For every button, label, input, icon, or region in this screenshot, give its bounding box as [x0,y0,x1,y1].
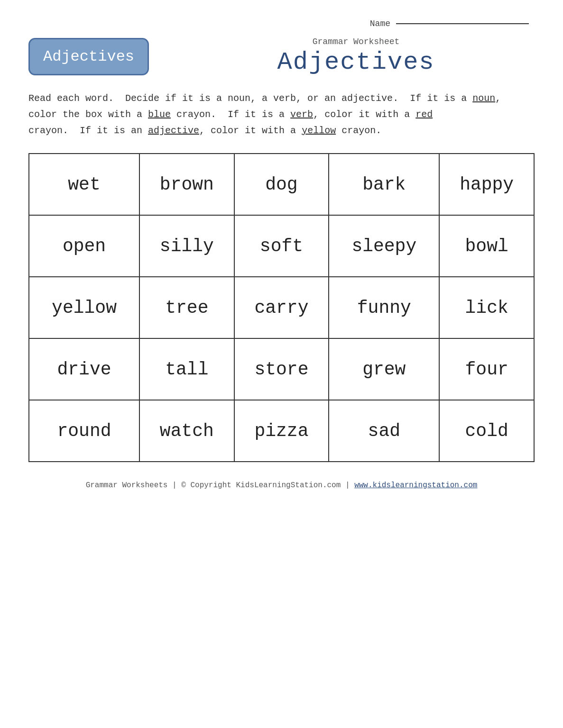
worksheet-subtitle: Grammar Worksheet [177,37,535,46]
grid-cell-2-4: lick [439,277,534,338]
grid-cell-1-0: open [29,215,139,277]
adjective-underline: adjective [148,125,199,136]
grid-cell-3-0: drive [29,338,139,400]
red-underline: red [415,109,433,120]
grid-cell-4-0: round [29,400,139,462]
grid-cell-1-4: bowl [439,215,534,277]
verb-underline: verb [290,109,313,120]
yellow-underline: yellow [302,125,336,136]
worksheet-title: Adjectives [177,48,535,76]
grid-cell-1-1: silly [139,215,234,277]
grid-cell-3-4: four [439,338,534,400]
grid-cell-1-2: soft [234,215,329,277]
grid-cell-2-2: carry [234,277,329,338]
word-grid: wetbrowndogbarkhappyopensillysoftsleepyb… [28,153,535,462]
title-area: Grammar Worksheet Adjectives [177,37,535,76]
footer-link[interactable]: www.kidslearningstation.com [354,481,477,490]
grid-cell-0-1: brown [139,154,234,215]
grid-cell-4-1: watch [139,400,234,462]
grid-cell-1-3: sleepy [329,215,439,277]
grid-cell-2-0: yellow [29,277,139,338]
instructions: Read each word. Decide if it is a noun, … [28,91,535,139]
header-area: Adjectives Grammar Worksheet Adjectives [28,37,535,76]
grid-cell-0-3: bark [329,154,439,215]
name-underline [396,23,529,24]
grid-cell-4-4: cold [439,400,534,462]
adjectives-badge: Adjectives [28,38,149,75]
grid-cell-0-2: dog [234,154,329,215]
grid-cell-4-2: pizza [234,400,329,462]
grid-cell-2-3: funny [329,277,439,338]
grid-cell-3-2: store [234,338,329,400]
footer-text: Grammar Worksheets | © Copyright KidsLea… [86,481,355,490]
grid-cell-2-1: tree [139,277,234,338]
grid-cell-3-1: tall [139,338,234,400]
noun-underline: noun [472,93,495,104]
name-label: Name [370,19,390,28]
grid-cell-4-3: sad [329,400,439,462]
grid-cell-3-3: grew [329,338,439,400]
footer: Grammar Worksheets | © Copyright KidsLea… [28,481,535,490]
grid-cell-0-0: wet [29,154,139,215]
name-line: Name [28,19,535,28]
grid-cell-0-4: happy [439,154,534,215]
blue-underline: blue [148,109,171,120]
